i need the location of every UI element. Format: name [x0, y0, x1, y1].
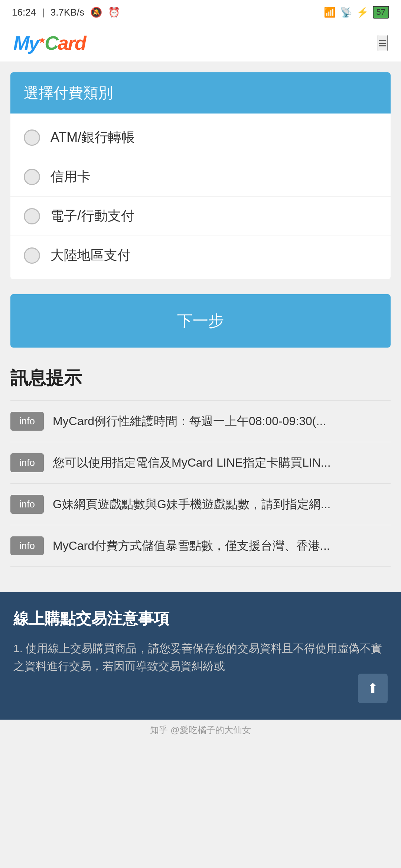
payment-option-atm[interactable]: ATM/銀行轉帳 — [10, 118, 391, 157]
alarm-icon: ⏰ — [108, 7, 120, 18]
radio-credit[interactable] — [24, 169, 40, 185]
footer-text: 1. 使用線上交易購買商品，請您妥善保存您的交易資料且不得使用虛偽不實之資料進行… — [13, 640, 388, 675]
payment-option-credit[interactable]: 信用卡 — [10, 157, 391, 197]
messages-list: info MyCard例行性維護時間：每週一上午08:00-09:30(... … — [10, 400, 391, 567]
payment-option-epay[interactable]: 電子/行動支付 — [10, 197, 391, 236]
next-step-button[interactable]: 下一步 — [10, 294, 391, 348]
watermark: 知乎 @愛吃橘子的大仙女 — [0, 720, 401, 740]
payment-header: 選擇付費類別 — [10, 72, 391, 114]
main-content: 選擇付費類別 ATM/銀行轉帳 信用卡 電子/行動支付 大陸地區支付 下一步 訊… — [0, 62, 401, 592]
charging-icon: ⚡ — [356, 7, 368, 18]
logo-my-part: My — [13, 32, 39, 54]
message-item-3[interactable]: info G妹網頁遊戲點數與G妹手機遊戲點數，請到指定網... — [10, 484, 391, 525]
menu-button[interactable]: ≡ — [378, 35, 388, 51]
footer-title: 線上購點交易注意事項 — [13, 608, 388, 629]
radio-atm[interactable] — [24, 129, 40, 146]
logo: My★Card — [13, 32, 86, 54]
signal-icon: 📶 — [324, 7, 336, 18]
wifi-icon: 📡 — [340, 7, 352, 18]
message-item-4[interactable]: info MyCard付費方式儲值暴雪點數，僅支援台灣、香港... — [10, 525, 391, 567]
status-bar: 16:24 | 3.7KB/s 🔕 ⏰ 📶 📡 ⚡ 57 — [0, 0, 401, 24]
app-header: My★Card ≡ — [0, 24, 401, 62]
logo-text: My★Card — [13, 32, 86, 54]
payment-option-credit-label: 信用卡 — [50, 168, 91, 186]
info-badge-3: info — [10, 495, 44, 514]
message-text-3: G妹網頁遊戲點數與G妹手機遊戲點數，請到指定網... — [53, 496, 330, 513]
logo-star: ★ — [39, 36, 45, 45]
radio-epay[interactable] — [24, 208, 40, 224]
battery-indicator: 57 — [373, 6, 389, 19]
messages-section: 訊息提示 info MyCard例行性維護時間：每週一上午08:00-09:30… — [10, 366, 391, 567]
separator: | — [42, 7, 45, 18]
footer: 線上購點交易注意事項 1. 使用線上交易購買商品，請您妥善保存您的交易資料且不得… — [0, 592, 401, 720]
payment-option-china[interactable]: 大陸地區支付 — [10, 236, 391, 275]
message-text-2: 您可以使用指定電信及MyCard LINE指定卡購買LIN... — [53, 454, 331, 471]
time-display: 16:24 — [12, 7, 36, 18]
info-badge-1: info — [10, 412, 44, 431]
scroll-top-button[interactable]: ⬆ — [358, 674, 388, 703]
network-speed: 3.7KB/s — [50, 7, 84, 18]
payment-section-title: 選擇付費類別 — [24, 85, 113, 101]
scroll-top-icon: ⬆ — [367, 681, 378, 696]
payment-options-list: ATM/銀行轉帳 信用卡 電子/行動支付 大陸地區支付 — [10, 114, 391, 279]
info-badge-4: info — [10, 536, 44, 555]
message-text-1: MyCard例行性維護時間：每週一上午08:00-09:30(... — [53, 413, 326, 430]
message-item-1[interactable]: info MyCard例行性維護時間：每週一上午08:00-09:30(... — [10, 400, 391, 442]
payment-option-china-label: 大陸地區支付 — [50, 246, 131, 264]
mute-icon: 🔕 — [90, 7, 102, 18]
status-bar-left: 16:24 | 3.7KB/s 🔕 ⏰ — [12, 7, 120, 18]
message-item-2[interactable]: info 您可以使用指定電信及MyCard LINE指定卡購買LIN... — [10, 442, 391, 484]
logo-ard-part: ard — [58, 32, 86, 54]
message-text-4: MyCard付費方式儲值暴雪點數，僅支援台灣、香港... — [53, 537, 330, 554]
payment-option-epay-label: 電子/行動支付 — [50, 207, 134, 225]
payment-option-atm-label: ATM/銀行轉帳 — [50, 128, 135, 147]
info-badge-2: info — [10, 453, 44, 472]
status-bar-right: 📶 📡 ⚡ 57 — [324, 6, 389, 19]
radio-china[interactable] — [24, 247, 40, 264]
messages-title: 訊息提示 — [10, 366, 391, 390]
payment-section: 選擇付費類別 ATM/銀行轉帳 信用卡 電子/行動支付 大陸地區支付 — [10, 72, 391, 279]
logo-c-part: C — [45, 32, 58, 54]
